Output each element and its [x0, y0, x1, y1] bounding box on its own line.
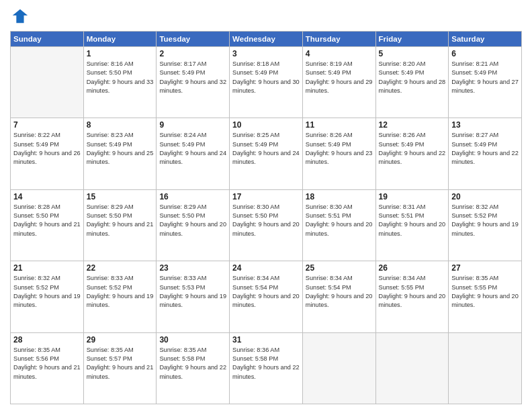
day-number: 16: [159, 192, 226, 201]
day-number: 18: [306, 192, 373, 201]
sun-info: Sunrise: 8:16 AMSunset: 5:50 PMDaylight:…: [87, 60, 154, 95]
day-number: 23: [159, 263, 226, 273]
page: SundayMondayTuesdayWednesdayThursdayFrid…: [0, 0, 532, 411]
day-number: 6: [451, 49, 519, 58]
calendar-week-row: 7Sunrise: 8:22 AMSunset: 5:49 PMDaylight…: [11, 118, 522, 189]
sun-info: Sunrise: 8:32 AMSunset: 5:52 PMDaylight:…: [13, 274, 81, 310]
calendar-day-cell: 12Sunrise: 8:26 AMSunset: 5:49 PMDayligh…: [375, 118, 449, 189]
day-number: 27: [451, 263, 519, 273]
sun-info: Sunrise: 8:17 AMSunset: 5:49 PMDaylight:…: [159, 60, 226, 95]
calendar-day-cell: 20Sunrise: 8:32 AMSunset: 5:52 PMDayligh…: [449, 189, 522, 261]
sun-info: Sunrise: 8:23 AMSunset: 5:49 PMDaylight:…: [87, 131, 154, 167]
sun-info: Sunrise: 8:35 AMSunset: 5:58 PMDaylight:…: [159, 346, 226, 381]
calendar-day-cell: 19Sunrise: 8:31 AMSunset: 5:51 PMDayligh…: [375, 189, 449, 261]
calendar-day-cell: [302, 332, 375, 404]
calendar-day-cell: 30Sunrise: 8:35 AMSunset: 5:58 PMDayligh…: [157, 332, 230, 404]
calendar-week-row: 21Sunrise: 8:32 AMSunset: 5:52 PMDayligh…: [11, 261, 522, 332]
day-number: 11: [306, 120, 373, 130]
calendar-day-cell: [375, 332, 449, 404]
calendar-header-cell: Thursday: [302, 32, 375, 47]
calendar-day-cell: 11Sunrise: 8:26 AMSunset: 5:49 PMDayligh…: [302, 118, 375, 189]
sun-info: Sunrise: 8:26 AMSunset: 5:49 PMDaylight:…: [379, 131, 446, 167]
day-number: 8: [87, 120, 154, 130]
day-number: 22: [87, 263, 154, 273]
day-number: 12: [379, 120, 446, 130]
calendar-day-cell: 9Sunrise: 8:24 AMSunset: 5:49 PMDaylight…: [157, 118, 230, 189]
sun-info: Sunrise: 8:33 AMSunset: 5:52 PMDaylight:…: [87, 274, 154, 310]
calendar-body: 1Sunrise: 8:16 AMSunset: 5:50 PMDaylight…: [11, 47, 522, 404]
calendar-week-row: 14Sunrise: 8:28 AMSunset: 5:50 PMDayligh…: [11, 189, 522, 261]
calendar-day-cell: 29Sunrise: 8:35 AMSunset: 5:57 PMDayligh…: [83, 332, 157, 404]
sun-info: Sunrise: 8:25 AMSunset: 5:49 PMDaylight:…: [232, 131, 300, 167]
day-number: 21: [13, 263, 81, 273]
calendar-day-cell: 16Sunrise: 8:29 AMSunset: 5:50 PMDayligh…: [157, 189, 230, 261]
sun-info: Sunrise: 8:21 AMSunset: 5:49 PMDaylight:…: [451, 60, 519, 95]
sun-info: Sunrise: 8:34 AMSunset: 5:54 PMDaylight:…: [232, 274, 300, 310]
logo-icon: [10, 7, 29, 26]
calendar-header-cell: Tuesday: [157, 32, 230, 47]
calendar-day-cell: 2Sunrise: 8:17 AMSunset: 5:49 PMDaylight…: [157, 47, 230, 118]
calendar-day-cell: 10Sunrise: 8:25 AMSunset: 5:49 PMDayligh…: [230, 118, 303, 189]
sun-info: Sunrise: 8:34 AMSunset: 5:54 PMDaylight:…: [306, 274, 373, 310]
calendar-day-cell: 17Sunrise: 8:30 AMSunset: 5:50 PMDayligh…: [230, 189, 303, 261]
calendar-header-cell: Saturday: [449, 32, 522, 47]
day-number: 20: [451, 192, 519, 201]
day-number: 26: [379, 263, 446, 273]
calendar-day-cell: 27Sunrise: 8:35 AMSunset: 5:55 PMDayligh…: [449, 261, 522, 332]
calendar-day-cell: 5Sunrise: 8:20 AMSunset: 5:49 PMDaylight…: [375, 47, 449, 118]
day-number: 5: [379, 49, 446, 58]
calendar-day-cell: 8Sunrise: 8:23 AMSunset: 5:49 PMDaylight…: [83, 118, 157, 189]
sun-info: Sunrise: 8:31 AMSunset: 5:51 PMDaylight:…: [379, 203, 446, 238]
calendar-day-cell: 7Sunrise: 8:22 AMSunset: 5:49 PMDaylight…: [11, 118, 84, 189]
calendar-day-cell: 28Sunrise: 8:35 AMSunset: 5:56 PMDayligh…: [11, 332, 84, 404]
day-number: 24: [232, 263, 300, 273]
calendar-day-cell: 26Sunrise: 8:34 AMSunset: 5:55 PMDayligh…: [375, 261, 449, 332]
day-number: 30: [159, 335, 226, 345]
day-number: 7: [13, 120, 81, 130]
sun-info: Sunrise: 8:36 AMSunset: 5:58 PMDaylight:…: [232, 346, 300, 381]
sun-info: Sunrise: 8:35 AMSunset: 5:56 PMDaylight:…: [13, 346, 81, 381]
day-number: 15: [87, 192, 154, 201]
day-number: 4: [306, 49, 373, 58]
day-number: 25: [306, 263, 373, 273]
day-number: 29: [87, 335, 154, 345]
logo: [10, 7, 32, 26]
day-number: 1: [87, 49, 154, 58]
calendar-header-row: SundayMondayTuesdayWednesdayThursdayFrid…: [11, 32, 522, 47]
day-number: 19: [379, 192, 446, 201]
header: [10, 7, 522, 26]
sun-info: Sunrise: 8:32 AMSunset: 5:52 PMDaylight:…: [451, 203, 519, 238]
sun-info: Sunrise: 8:29 AMSunset: 5:50 PMDaylight:…: [87, 203, 154, 238]
calendar-day-cell: [449, 332, 522, 404]
sun-info: Sunrise: 8:30 AMSunset: 5:50 PMDaylight:…: [232, 203, 300, 238]
calendar-header-cell: Wednesday: [230, 32, 303, 47]
sun-info: Sunrise: 8:22 AMSunset: 5:49 PMDaylight:…: [13, 131, 81, 167]
sun-info: Sunrise: 8:20 AMSunset: 5:49 PMDaylight:…: [379, 60, 446, 95]
calendar-day-cell: 31Sunrise: 8:36 AMSunset: 5:58 PMDayligh…: [230, 332, 303, 404]
calendar-header-cell: Friday: [375, 32, 449, 47]
calendar-day-cell: 22Sunrise: 8:33 AMSunset: 5:52 PMDayligh…: [83, 261, 157, 332]
day-number: 10: [232, 120, 300, 130]
calendar-day-cell: 23Sunrise: 8:33 AMSunset: 5:53 PMDayligh…: [157, 261, 230, 332]
sun-info: Sunrise: 8:27 AMSunset: 5:49 PMDaylight:…: [451, 131, 519, 167]
calendar-day-cell: [11, 47, 84, 118]
sun-info: Sunrise: 8:28 AMSunset: 5:50 PMDaylight:…: [13, 203, 81, 238]
calendar-header-cell: Monday: [83, 32, 157, 47]
sun-info: Sunrise: 8:19 AMSunset: 5:49 PMDaylight:…: [306, 60, 373, 95]
calendar-table: SundayMondayTuesdayWednesdayThursdayFrid…: [10, 31, 522, 404]
sun-info: Sunrise: 8:18 AMSunset: 5:49 PMDaylight:…: [232, 60, 300, 95]
calendar-day-cell: 13Sunrise: 8:27 AMSunset: 5:49 PMDayligh…: [449, 118, 522, 189]
day-number: 13: [451, 120, 519, 130]
day-number: 28: [13, 335, 81, 345]
sun-info: Sunrise: 8:35 AMSunset: 5:55 PMDaylight:…: [451, 274, 519, 310]
calendar-week-row: 1Sunrise: 8:16 AMSunset: 5:50 PMDaylight…: [11, 47, 522, 118]
calendar-week-row: 28Sunrise: 8:35 AMSunset: 5:56 PMDayligh…: [11, 332, 522, 404]
calendar-day-cell: 18Sunrise: 8:30 AMSunset: 5:51 PMDayligh…: [302, 189, 375, 261]
calendar-day-cell: 3Sunrise: 8:18 AMSunset: 5:49 PMDaylight…: [230, 47, 303, 118]
calendar-day-cell: 14Sunrise: 8:28 AMSunset: 5:50 PMDayligh…: [11, 189, 84, 261]
day-number: 9: [159, 120, 226, 130]
sun-info: Sunrise: 8:34 AMSunset: 5:55 PMDaylight:…: [379, 274, 446, 310]
calendar-day-cell: 24Sunrise: 8:34 AMSunset: 5:54 PMDayligh…: [230, 261, 303, 332]
sun-info: Sunrise: 8:29 AMSunset: 5:50 PMDaylight:…: [159, 203, 226, 238]
day-number: 3: [232, 49, 300, 58]
